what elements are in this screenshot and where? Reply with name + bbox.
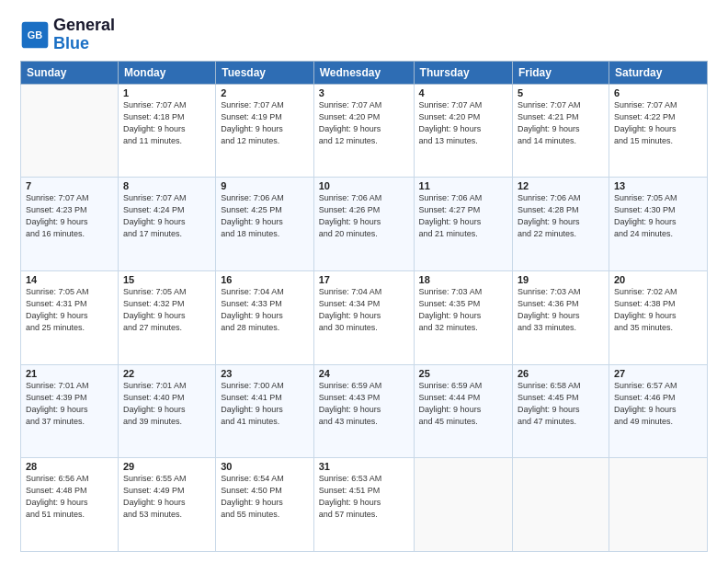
calendar-week-3: 14Sunrise: 7:05 AM Sunset: 4:31 PM Dayli…: [21, 270, 708, 364]
calendar-week-2: 7Sunrise: 7:07 AM Sunset: 4:23 PM Daylig…: [21, 178, 708, 271]
calendar-cell: 11Sunrise: 7:06 AM Sunset: 4:27 PM Dayli…: [414, 178, 512, 271]
day-number: 12: [518, 180, 604, 191]
calendar-cell: 20Sunrise: 7:02 AM Sunset: 4:38 PM Dayli…: [609, 270, 707, 364]
calendar-table: SundayMondayTuesdayWednesdayThursdayFrid…: [20, 61, 708, 552]
day-info: Sunrise: 7:06 AM Sunset: 4:26 PM Dayligh…: [319, 192, 409, 240]
weekday-header-tuesday: Tuesday: [216, 61, 314, 84]
logo-line1: General: [53, 17, 115, 35]
logo-line2: Blue: [53, 35, 115, 53]
calendar-cell: 7Sunrise: 7:07 AM Sunset: 4:23 PM Daylig…: [21, 178, 119, 271]
logo-icon: GB: [20, 20, 50, 50]
weekday-header-saturday: Saturday: [609, 61, 707, 84]
calendar-cell: 30Sunrise: 6:54 AM Sunset: 4:50 PM Dayli…: [216, 458, 314, 552]
day-number: 29: [123, 461, 210, 472]
weekday-header-thursday: Thursday: [414, 61, 512, 84]
calendar-cell: 6Sunrise: 7:07 AM Sunset: 4:22 PM Daylig…: [609, 84, 707, 178]
day-number: 26: [518, 368, 604, 379]
header: GB General Blue: [20, 17, 708, 53]
weekday-header-sunday: Sunday: [21, 61, 119, 84]
day-info: Sunrise: 7:07 AM Sunset: 4:18 PM Dayligh…: [123, 99, 210, 147]
calendar-cell: 19Sunrise: 7:03 AM Sunset: 4:36 PM Dayli…: [512, 270, 609, 364]
calendar-week-5: 28Sunrise: 6:56 AM Sunset: 4:48 PM Dayli…: [21, 458, 708, 552]
day-number: 23: [221, 368, 309, 379]
calendar-cell: [609, 458, 707, 552]
calendar-cell: 26Sunrise: 6:58 AM Sunset: 4:45 PM Dayli…: [512, 364, 609, 458]
day-info: Sunrise: 6:59 AM Sunset: 4:43 PM Dayligh…: [319, 380, 409, 428]
day-number: 7: [26, 180, 113, 191]
calendar-cell: 22Sunrise: 7:01 AM Sunset: 4:40 PM Dayli…: [118, 364, 215, 458]
svg-text:GB: GB: [28, 29, 43, 40]
day-info: Sunrise: 7:04 AM Sunset: 4:33 PM Dayligh…: [221, 286, 309, 334]
calendar-cell: 28Sunrise: 6:56 AM Sunset: 4:48 PM Dayli…: [21, 458, 119, 552]
day-number: 15: [123, 274, 210, 285]
day-number: 4: [419, 87, 507, 98]
day-number: 28: [26, 461, 113, 472]
calendar-cell: 15Sunrise: 7:05 AM Sunset: 4:32 PM Dayli…: [118, 270, 215, 364]
day-number: 3: [319, 87, 409, 98]
day-info: Sunrise: 7:07 AM Sunset: 4:23 PM Dayligh…: [26, 192, 113, 240]
day-number: 30: [221, 461, 309, 472]
day-number: 13: [614, 180, 702, 191]
day-info: Sunrise: 6:58 AM Sunset: 4:45 PM Dayligh…: [518, 380, 604, 428]
day-info: Sunrise: 6:57 AM Sunset: 4:46 PM Dayligh…: [614, 380, 702, 428]
calendar-cell: 12Sunrise: 7:06 AM Sunset: 4:28 PM Dayli…: [512, 178, 609, 271]
day-number: 22: [123, 368, 210, 379]
day-number: 6: [614, 87, 702, 98]
day-number: 1: [123, 87, 210, 98]
calendar-cell: 14Sunrise: 7:05 AM Sunset: 4:31 PM Dayli…: [21, 270, 119, 364]
day-info: Sunrise: 6:59 AM Sunset: 4:44 PM Dayligh…: [419, 380, 507, 428]
day-info: Sunrise: 6:53 AM Sunset: 4:51 PM Dayligh…: [319, 473, 409, 521]
calendar-cell: 17Sunrise: 7:04 AM Sunset: 4:34 PM Dayli…: [313, 270, 414, 364]
day-number: 31: [319, 461, 409, 472]
weekday-header-wednesday: Wednesday: [313, 61, 414, 84]
day-info: Sunrise: 7:07 AM Sunset: 4:24 PM Dayligh…: [123, 192, 210, 240]
day-number: 20: [614, 274, 702, 285]
day-info: Sunrise: 6:54 AM Sunset: 4:50 PM Dayligh…: [221, 473, 309, 521]
day-info: Sunrise: 7:07 AM Sunset: 4:21 PM Dayligh…: [518, 99, 604, 147]
day-info: Sunrise: 7:07 AM Sunset: 4:20 PM Dayligh…: [419, 99, 507, 147]
calendar-cell: [414, 458, 512, 552]
day-number: 9: [221, 180, 309, 191]
day-number: 21: [26, 368, 113, 379]
day-number: 16: [221, 274, 309, 285]
calendar-cell: 18Sunrise: 7:03 AM Sunset: 4:35 PM Dayli…: [414, 270, 512, 364]
day-number: 18: [419, 274, 507, 285]
day-info: Sunrise: 7:05 AM Sunset: 4:32 PM Dayligh…: [123, 286, 210, 334]
day-info: Sunrise: 7:03 AM Sunset: 4:35 PM Dayligh…: [419, 286, 507, 334]
calendar-cell: 21Sunrise: 7:01 AM Sunset: 4:39 PM Dayli…: [21, 364, 119, 458]
day-info: Sunrise: 7:05 AM Sunset: 4:31 PM Dayligh…: [26, 286, 113, 334]
day-info: Sunrise: 7:02 AM Sunset: 4:38 PM Dayligh…: [614, 286, 702, 334]
day-info: Sunrise: 7:05 AM Sunset: 4:30 PM Dayligh…: [614, 192, 702, 240]
day-number: 10: [319, 180, 409, 191]
day-info: Sunrise: 7:07 AM Sunset: 4:22 PM Dayligh…: [614, 99, 702, 147]
calendar-cell: 29Sunrise: 6:55 AM Sunset: 4:49 PM Dayli…: [118, 458, 215, 552]
weekday-header-friday: Friday: [512, 61, 609, 84]
calendar-cell: 25Sunrise: 6:59 AM Sunset: 4:44 PM Dayli…: [414, 364, 512, 458]
day-info: Sunrise: 7:01 AM Sunset: 4:39 PM Dayligh…: [26, 380, 113, 428]
logo: GB General Blue: [20, 17, 115, 53]
calendar-cell: [21, 84, 119, 178]
day-info: Sunrise: 6:56 AM Sunset: 4:48 PM Dayligh…: [26, 473, 113, 521]
weekday-header-monday: Monday: [118, 61, 215, 84]
day-number: 17: [319, 274, 409, 285]
calendar-cell: 1Sunrise: 7:07 AM Sunset: 4:18 PM Daylig…: [118, 84, 215, 178]
calendar-cell: 31Sunrise: 6:53 AM Sunset: 4:51 PM Dayli…: [313, 458, 414, 552]
calendar-cell: 2Sunrise: 7:07 AM Sunset: 4:19 PM Daylig…: [216, 84, 314, 178]
page: GB General Blue SundayMondayTuesdayWedne…: [0, 0, 728, 563]
day-info: Sunrise: 7:03 AM Sunset: 4:36 PM Dayligh…: [518, 286, 604, 334]
day-number: 2: [221, 87, 309, 98]
calendar-cell: [512, 458, 609, 552]
calendar-week-4: 21Sunrise: 7:01 AM Sunset: 4:39 PM Dayli…: [21, 364, 708, 458]
day-info: Sunrise: 7:07 AM Sunset: 4:19 PM Dayligh…: [221, 99, 309, 147]
calendar-cell: 23Sunrise: 7:00 AM Sunset: 4:41 PM Dayli…: [216, 364, 314, 458]
calendar-cell: 13Sunrise: 7:05 AM Sunset: 4:30 PM Dayli…: [609, 178, 707, 271]
day-number: 8: [123, 180, 210, 191]
day-number: 14: [26, 274, 113, 285]
calendar-cell: 16Sunrise: 7:04 AM Sunset: 4:33 PM Dayli…: [216, 270, 314, 364]
day-info: Sunrise: 7:01 AM Sunset: 4:40 PM Dayligh…: [123, 380, 210, 428]
day-info: Sunrise: 7:06 AM Sunset: 4:28 PM Dayligh…: [518, 192, 604, 240]
day-number: 24: [319, 368, 409, 379]
day-info: Sunrise: 7:04 AM Sunset: 4:34 PM Dayligh…: [319, 286, 409, 334]
day-info: Sunrise: 6:55 AM Sunset: 4:49 PM Dayligh…: [123, 473, 210, 521]
day-number: 27: [614, 368, 702, 379]
